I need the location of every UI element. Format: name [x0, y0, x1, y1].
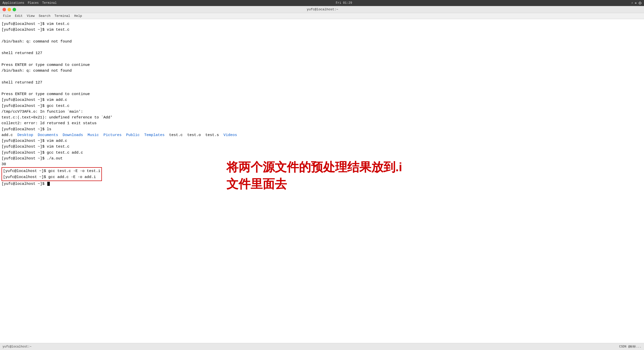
status-left: yufc@localhost:~ — [3, 345, 31, 348]
line-11: shell returned 127 — [2, 80, 642, 85]
window-title: yufc@localhost:~ — [16, 8, 629, 11]
boxed-line-2: [yufc@localhost ~]$ gcc add.c -E -o add.… — [3, 174, 100, 180]
line-20: [yufc@localhost ~]$ vim add.c — [2, 138, 642, 144]
ls-videos: Videos — [223, 132, 237, 138]
ls-downloads: Downloads — [63, 132, 83, 138]
os-icons: ⚡ ⊕ ⏻ — [631, 1, 641, 5]
ls-pictures: Pictures — [103, 132, 122, 138]
ls-templates: Templates — [144, 132, 165, 138]
ls-public: Public — [126, 132, 140, 138]
line-18: collect2: error: ld returned 1 exit stat… — [2, 120, 642, 126]
terminal-content[interactable]: [yufc@localhost ~]$ vim test.c [yufc@loc… — [0, 19, 644, 343]
os-apps-label[interactable]: Applications — [3, 1, 24, 5]
line-5 — [2, 45, 642, 50]
ls-sep2 — [58, 132, 63, 138]
annotation-text: 将两个源文件的预处理结果放到.i文件里面去 — [226, 159, 402, 192]
menu-bar: File Edit View Search Terminal Help — [0, 13, 644, 19]
os-bar: Applications Places Terminal Fri 01:29 ⚡… — [0, 0, 644, 6]
line-17: test.c:(.text+0x21): undefined reference… — [2, 115, 642, 120]
line-1: [yufc@localhost ~]$ vim test.c — [2, 21, 642, 27]
ls-music: Music — [88, 132, 99, 138]
boxed-line-1: [yufc@localhost ~]$ gcc test.c -E -o tes… — [3, 168, 100, 174]
terminal-window: yufc@localhost:~ File Edit View Search T… — [0, 6, 644, 350]
menu-edit[interactable]: Edit — [13, 14, 25, 18]
menu-terminal[interactable]: Terminal — [52, 14, 72, 18]
maximize-button[interactable] — [13, 8, 16, 11]
title-bar-controls — [3, 8, 16, 11]
ls-sep3 — [83, 132, 88, 138]
line-10 — [2, 74, 642, 79]
ls-documents: Documents — [38, 132, 58, 138]
line-3 — [2, 33, 642, 39]
os-bar-right: ⚡ ⊕ ⏻ — [631, 1, 641, 5]
menu-file[interactable]: File — [1, 14, 13, 18]
os-places-label[interactable]: Places — [28, 1, 38, 5]
os-bar-apps: Applications Places Terminal — [3, 1, 57, 5]
line-21: [yufc@localhost ~]$ vim test.c — [2, 144, 642, 150]
line-19: [yufc@localhost ~]$ ls — [2, 126, 642, 132]
title-bar: yufc@localhost:~ — [0, 6, 644, 13]
line-15: [yufc@localhost ~]$ gcc test.c — [2, 103, 642, 109]
line-7 — [2, 56, 642, 62]
line-16: /tmp/ccV73AFk.o: In function `main': — [2, 109, 642, 115]
line-14: [yufc@localhost ~]$ vim add.c — [2, 97, 642, 103]
minimize-button[interactable] — [8, 8, 11, 11]
line-9: /bin/bash: q: command not found — [2, 68, 642, 74]
os-bar-center: Fri 01:29 — [336, 1, 352, 5]
menu-help[interactable]: Help — [72, 14, 84, 18]
line-2: [yufc@localhost ~]$ vim test.c — [2, 27, 642, 33]
status-right: CSDN @标标... — [619, 344, 641, 349]
os-terminal-label[interactable]: Terminal — [42, 1, 57, 5]
ls-sep5 — [122, 132, 126, 138]
close-button[interactable] — [3, 8, 6, 11]
ls-sep1 — [33, 132, 38, 138]
line-13: Press ENTER or type command to continue — [2, 91, 642, 97]
ls-sep6 — [140, 132, 144, 138]
menu-search[interactable]: Search — [37, 14, 53, 18]
os-time: Fri 01:29 — [336, 1, 352, 5]
line-4: /bin/bash: q: command not found — [2, 39, 642, 45]
cursor — [47, 182, 50, 186]
line-8: Press ENTER or type command to continue — [2, 62, 642, 68]
status-bar: yufc@localhost:~ CSDN @标标... — [0, 343, 644, 350]
red-box-commands: [yufc@localhost ~]$ gcc test.c -E -o tes… — [2, 167, 102, 181]
ls-desktop: Desktop — [17, 132, 33, 138]
ls-output: add.c Desktop Documents Downloads Music … — [2, 132, 642, 138]
ls-sep7: test.c test.o test.s — [165, 132, 223, 138]
line-6: shell returned 127 — [2, 50, 642, 56]
menu-view[interactable]: View — [25, 14, 36, 18]
ls-addc: add.c — [2, 132, 17, 138]
line-12 — [2, 85, 642, 91]
ls-sep4 — [99, 132, 103, 138]
line-22: [yufc@localhost ~]$ gcc test.c add.c — [2, 150, 642, 156]
